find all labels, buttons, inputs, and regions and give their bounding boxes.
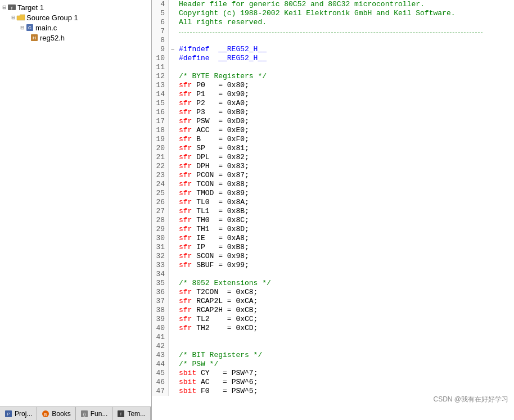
line-num-39: 39	[152, 315, 169, 324]
code-line-24[interactable]: 24sfr TCON = 0x88;	[152, 180, 514, 189]
tree-item-mainc[interactable]: ⊟Cmain.c	[0, 22, 151, 33]
bottom-tab-books[interactable]: BBooks	[37, 407, 75, 420]
code-line-12[interactable]: 12/* BYTE Registers */	[152, 72, 514, 81]
line-content-37: sfr RCAP2L = 0xCA;	[177, 297, 258, 306]
line-content-26: sfr TL0 = 0x8A;	[177, 198, 249, 207]
svg-text:P: P	[7, 412, 10, 416]
line-content-40: sfr TH2 = 0xCD;	[177, 324, 258, 333]
svg-text:T: T	[120, 412, 123, 416]
code-line-40[interactable]: 40sfr TH2 = 0xCD;	[152, 324, 514, 333]
code-line-42[interactable]: 42	[152, 342, 514, 351]
code-line-22[interactable]: 22sfr DPH = 0x83;	[152, 162, 514, 171]
line-content-36: sfr T2CON = 0xC8;	[177, 288, 258, 297]
tree-item-sourcegroup1[interactable]: ⊟Source Group 1	[0, 12, 151, 22]
code-line-41[interactable]: 41	[152, 333, 514, 342]
code-line-39[interactable]: 39sfr TL2 = 0xCC;	[152, 315, 514, 324]
code-line-31[interactable]: 31sfr IP = 0xB8;	[152, 243, 514, 252]
expand-arrow-target1[interactable]: ⊟	[2, 4, 7, 10]
line-num-41: 41	[152, 333, 169, 342]
line-num-37: 37	[152, 297, 169, 306]
code-line-13[interactable]: 13sfr P0 = 0x80;	[152, 81, 514, 90]
code-line-19[interactable]: 19sfr B = 0xF0;	[152, 135, 514, 144]
code-line-4[interactable]: 4Header file for generic 80C52 and 80C32…	[152, 0, 514, 9]
line-content-4: Header file for generic 80C52 and 80C32 …	[177, 0, 425, 9]
tree-label-target1: Target 1	[17, 3, 44, 12]
line-num-32: 32	[152, 252, 169, 261]
code-line-43[interactable]: 43/* BIT Registers */	[152, 351, 514, 360]
tree-label-reg52h: reg52.h	[40, 34, 65, 42]
code-line-33[interactable]: 33sfr SBUF = 0x99;	[152, 261, 514, 270]
line-num-47: 47	[152, 387, 169, 396]
code-line-25[interactable]: 25sfr TMOD = 0x89;	[152, 189, 514, 198]
line-content-46: sbit AC = PSW^6;	[177, 378, 258, 387]
fun-icon: {}	[80, 410, 88, 418]
line-num-24: 24	[152, 180, 169, 189]
code-line-27[interactable]: 27sfr TL1 = 0x8B;	[152, 207, 514, 216]
code-line-20[interactable]: 20sfr SP = 0x81;	[152, 144, 514, 153]
code-view[interactable]: 4Header file for generic 80C52 and 80C32…	[152, 0, 514, 420]
svg-text:{}: {}	[83, 412, 85, 417]
line-content-20: sfr SP = 0x81;	[177, 144, 249, 153]
line-content-7	[177, 27, 483, 36]
folder-icon	[16, 13, 25, 22]
line-content-27: sfr TL1 = 0x8B;	[177, 207, 249, 216]
tree-item-reg52h[interactable]: Hreg52.h	[0, 33, 151, 43]
line-num-27: 27	[152, 207, 169, 216]
code-line-5[interactable]: 5Copyright (c) 1988-2002 Keil Elektronik…	[152, 9, 514, 18]
code-line-28[interactable]: 28sfr TH0 = 0x8C;	[152, 216, 514, 225]
line-content-35: /* 8052 Extensions */	[177, 279, 271, 288]
bottom-tab-fun[interactable]: {}Fun...	[76, 407, 113, 420]
line-expand-9[interactable]: −	[169, 45, 177, 54]
code-line-35[interactable]: 35/* 8052 Extensions */	[152, 279, 514, 288]
bottom-tab-proj[interactable]: PProj...	[0, 407, 37, 420]
proj-icon: P	[4, 410, 12, 418]
code-line-18[interactable]: 18sfr ACC = 0xE0;	[152, 126, 514, 135]
code-line-17[interactable]: 17sfr PSW = 0xD0;	[152, 117, 514, 126]
line-num-19: 19	[152, 135, 169, 144]
code-line-38[interactable]: 38sfr RCAP2H = 0xCB;	[152, 306, 514, 315]
code-line-6[interactable]: 6All rights reserved.	[152, 18, 514, 27]
code-line-37[interactable]: 37sfr RCAP2L = 0xCA;	[152, 297, 514, 306]
editor-area: 4Header file for generic 80C52 and 80C32…	[152, 0, 514, 420]
line-num-34: 34	[152, 270, 169, 279]
code-line-44[interactable]: 44/* PSW */	[152, 360, 514, 369]
code-line-14[interactable]: 14sfr P1 = 0x90;	[152, 90, 514, 99]
line-num-31: 31	[152, 243, 169, 252]
code-line-36[interactable]: 36sfr T2CON = 0xC8;	[152, 288, 514, 297]
line-content-45: sbit CY = PSW^7;	[177, 369, 258, 378]
expand-arrow-sourcegroup1[interactable]: ⊟	[11, 15, 16, 20]
line-content-32: sfr SCON = 0x98;	[177, 252, 249, 261]
code-line-45[interactable]: 45sbit CY = PSW^7;	[152, 369, 514, 378]
code-line-23[interactable]: 23sfr PCON = 0x87;	[152, 171, 514, 180]
line-content-19: sfr B = 0xF0;	[177, 135, 249, 144]
code-line-26[interactable]: 26sfr TL0 = 0x8A;	[152, 198, 514, 207]
line-num-13: 13	[152, 81, 169, 90]
code-line-46[interactable]: 46sbit AC = PSW^6;	[152, 378, 514, 387]
line-num-45: 45	[152, 369, 169, 378]
code-line-32[interactable]: 32sfr SCON = 0x98;	[152, 252, 514, 261]
code-line-10[interactable]: 10#define __REG52_H__	[152, 54, 514, 63]
code-line-16[interactable]: 16sfr P3 = 0xB0;	[152, 108, 514, 117]
line-num-38: 38	[152, 306, 169, 315]
line-num-5: 5	[152, 9, 169, 18]
code-line-15[interactable]: 15sfr P2 = 0xA0;	[152, 99, 514, 108]
h-file-icon: H	[30, 33, 39, 42]
line-num-23: 23	[152, 171, 169, 180]
line-content-22: sfr DPH = 0x83;	[177, 162, 249, 171]
code-line-8[interactable]: 8	[152, 36, 514, 45]
bottom-tab-label-books: Books	[52, 410, 70, 418]
bottom-tab-tem[interactable]: TTem...	[112, 407, 151, 420]
code-line-9[interactable]: 9−#ifndef __REG52_H__	[152, 45, 514, 54]
line-num-7: 7	[152, 27, 169, 36]
expand-arrow-mainc[interactable]: ⊟	[20, 25, 25, 30]
code-line-30[interactable]: 30sfr IE = 0xA8;	[152, 234, 514, 243]
line-num-18: 18	[152, 126, 169, 135]
code-line-11[interactable]: 11	[152, 63, 514, 72]
books-icon: B	[42, 410, 49, 418]
tree-item-target1[interactable]: ⊟TTarget 1	[0, 2, 151, 12]
code-line-7[interactable]: 7	[152, 27, 514, 36]
code-line-29[interactable]: 29sfr TH1 = 0x8D;	[152, 225, 514, 234]
line-content-25: sfr TMOD = 0x89;	[177, 189, 249, 198]
code-line-21[interactable]: 21sfr DPL = 0x82;	[152, 153, 514, 162]
code-line-34[interactable]: 34	[152, 270, 514, 279]
